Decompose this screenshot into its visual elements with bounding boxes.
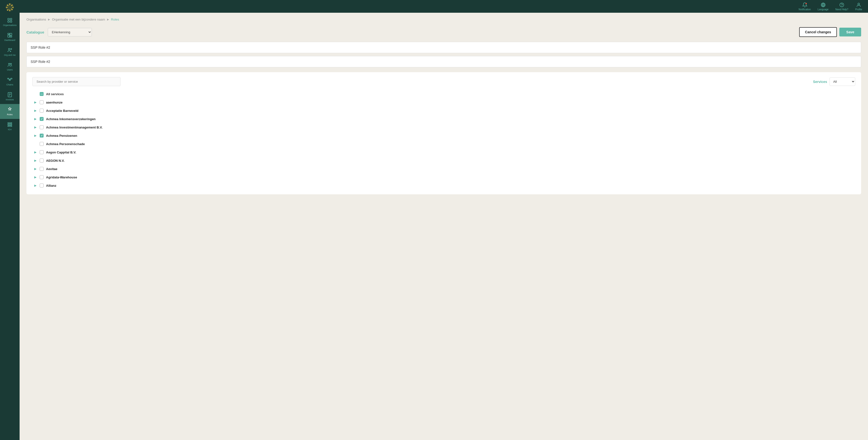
search-input[interactable] [32,77,121,86]
list-item[interactable]: ▶ aaenhunze [32,98,855,106]
profile-button[interactable]: Profile [855,2,862,11]
role-name-input-2[interactable] [27,56,861,67]
service-name: Achmea Investmentmanagement B.V. [46,126,103,129]
service-checkbox[interactable] [40,175,43,179]
service-checkbox[interactable] [40,117,43,121]
sidebar-item-dashboard[interactable]: Dashboard [0,30,20,44]
expand-icon[interactable]: ▶ [33,159,37,163]
language-button[interactable]: Language [817,2,829,11]
svg-rect-3 [12,7,14,8]
list-item[interactable]: ▶ Achmea Inkomensverzekeringen [32,115,855,123]
svg-rect-12 [10,21,12,22]
app-logo[interactable] [5,2,15,12]
expand-icon[interactable]: ▶ [33,175,37,179]
services-filter-select[interactable]: All Active Inactive [830,77,855,86]
service-checkbox[interactable] [40,183,43,188]
service-name: aaenhunze [46,101,62,104]
svg-point-34 [821,3,825,7]
sidebar-item-iga[interactable]: IGA [0,119,20,134]
catalogue-label: Catalogue [27,30,44,34]
list-item[interactable]: ▶ Acceptatie Barneveld [32,107,855,114]
list-item[interactable]: ▶ AEGON N.V. [32,157,855,164]
expand-icon[interactable]: ▶ [33,167,37,171]
list-item[interactable]: ▶ Aegon Cappital B.V. [32,148,855,156]
service-checkbox[interactable] [40,100,43,104]
svg-rect-14 [8,35,9,37]
services-panel: Services All Active Inactive All service… [27,72,861,194]
breadcrumb: Organisations ▶ Organisatie met een bijz… [27,18,861,21]
topbar: Notification Language Need Help? Profile [20,0,868,13]
service-checkbox[interactable] [40,125,43,129]
svg-rect-30 [8,122,12,123]
list-item[interactable]: ▶ Agridata-Warehouse [32,173,855,181]
breadcrumb-roles[interactable]: Roles [111,18,119,21]
expand-icon[interactable]: ▶ [33,109,37,112]
service-name: Achmea Personenschade [46,142,85,146]
list-item[interactable]: ▶ Aevitae [32,165,855,173]
svg-point-18 [10,48,12,50]
sidebar-item-invoices-label: Invoices [6,98,14,101]
service-checkbox[interactable] [40,159,43,163]
svg-rect-4 [6,7,8,8]
role-name-input-1[interactable] [27,42,861,53]
service-name: Acceptatie Barneveld [46,109,79,112]
list-item[interactable]: ▶ Achmea Investmentmanagement B.V. [32,123,855,131]
sidebar-item-organisations[interactable]: Organisations [0,15,20,30]
sidebar-item-org-and-me[interactable]: Org and me [0,44,20,60]
expand-icon[interactable]: ▶ [33,150,37,154]
svg-rect-23 [11,78,12,79]
notification-label: Notification [799,8,811,11]
need-help-button[interactable]: Need Help? [835,2,848,11]
service-name: Allianz [46,184,56,188]
svg-point-19 [8,63,10,65]
expand-icon[interactable]: ▶ [33,183,37,188]
service-name: Achmea Inkomensverzekeringen [46,117,95,121]
service-name: Achmea Pensioenen [46,134,77,138]
list-item[interactable]: ▶ Allianz [32,181,855,190]
service-name: Aegon Cappital B.V. [46,150,76,154]
catalogue-actions: Cancel changes Save [799,27,861,37]
service-checkbox[interactable] [40,109,43,112]
expand-icon[interactable]: ▶ [33,100,37,104]
breadcrumb-organisations[interactable]: Organisations [27,18,46,21]
list-item[interactable]: ▶ Achmea Pensioenen [32,132,855,139]
language-label: Language [817,8,829,11]
profile-label: Profile [855,8,862,11]
service-checkbox[interactable] [40,167,43,171]
svg-point-39 [858,3,860,5]
sidebar-item-invoices[interactable]: Invoices [0,89,20,104]
sidebar-item-users-label: Users [7,69,13,71]
save-button[interactable]: Save [839,28,861,36]
catalogue-select[interactable]: EHerkenningOther [48,28,92,36]
sidebar-item-iga-label: IGA [8,128,12,131]
service-checkbox[interactable] [40,142,43,146]
breadcrumb-org-name[interactable]: Organisatie met een bijzondere naam [52,18,105,21]
sidebar-item-chains-label: Chains [6,83,13,86]
service-checkbox[interactable] [40,134,43,138]
svg-rect-1 [9,3,10,5]
services-filter: Services All Active Inactive [813,77,855,86]
notification-button[interactable]: Notification [799,2,811,11]
svg-point-33 [805,3,807,4]
cancel-changes-button[interactable]: Cancel changes [799,27,837,37]
sidebar-item-users[interactable]: Users [0,59,20,74]
svg-point-38 [842,6,842,6]
sidebar-item-organisations-label: Organisations [3,24,17,27]
svg-rect-10 [10,19,12,20]
service-list: All services ▶ aaenhunze ▶ Acceptatie Ba… [32,90,855,190]
expand-icon[interactable]: ▶ [33,134,37,138]
list-item[interactable]: All services [32,90,855,98]
expand-icon[interactable]: ▶ [33,117,37,121]
all-services-checkbox[interactable] [40,92,43,96]
service-checkbox[interactable] [40,150,43,154]
sidebar-item-roles-label: Roles [7,113,12,116]
list-item[interactable]: Achmea Personenschade [32,140,855,148]
sidebar-item-roles[interactable]: Roles [0,104,20,119]
all-services-label: All services [46,92,64,96]
service-name: Agridata-Warehouse [46,175,77,179]
services-filter-label: Services [813,80,827,84]
svg-rect-16 [10,36,12,37]
sidebar-item-chains[interactable]: Chains [0,74,20,89]
expand-icon[interactable]: ▶ [33,125,37,129]
svg-rect-15 [10,33,12,35]
